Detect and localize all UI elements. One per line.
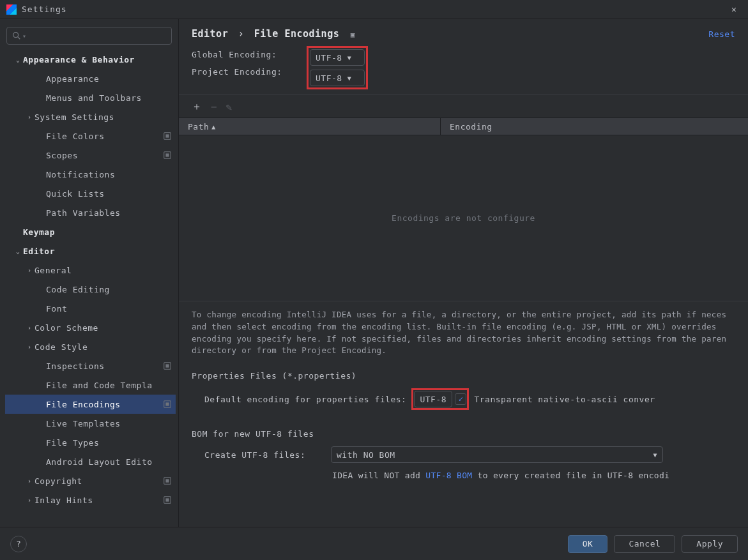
sidebar-item-label: Appearance & Behavior — [23, 55, 172, 64]
bom-value: with NO BOM — [337, 450, 395, 460]
close-icon[interactable]: ✕ — [726, 4, 742, 14]
chevron-right-icon: › — [24, 344, 34, 351]
footer: ? OK Cancel Apply — [0, 527, 748, 560]
svg-rect-13 — [165, 498, 169, 501]
sidebar-item-label: Menus and Toolbars — [46, 93, 172, 103]
chevron-right-icon: › — [24, 497, 34, 504]
sidebar-item-label: Quick Lists — [46, 189, 172, 199]
sidebar-item-label: File Types — [46, 438, 172, 448]
project-encoding-combo[interactable]: UTF-8 ▼ — [310, 70, 365, 86]
reset-link[interactable]: Reset — [708, 29, 735, 39]
sidebar-item-editor[interactable]: ⌄Editor — [5, 241, 176, 261]
app-icon — [6, 4, 17, 15]
sidebar-item-path-variables[interactable]: Path Variables — [5, 203, 176, 222]
sidebar-item-keymap[interactable]: Keymap — [5, 222, 176, 241]
col-path[interactable]: Path ▲ — [179, 118, 441, 135]
sidebar-item-label: File Encodings — [46, 400, 160, 409]
sidebar-item-label: File and Code Templa — [46, 381, 172, 390]
gear-icon — [163, 496, 172, 504]
table-empty: Encodings are not configure — [179, 135, 748, 301]
svg-rect-3 — [165, 134, 169, 137]
sidebar-item-appearance[interactable]: Appearance — [5, 69, 176, 88]
chevron-down-icon: ⌄ — [13, 56, 23, 63]
sidebar-item-label: General — [34, 266, 172, 275]
search-input[interactable]: ▾ — [6, 27, 172, 45]
sidebar-item-label: Inspections — [46, 361, 160, 371]
bom-link[interactable]: UTF-8 BOM — [425, 471, 472, 480]
breadcrumb-parent: Editor — [192, 28, 228, 40]
sidebar-item-label: Appearance — [46, 74, 172, 84]
chevron-down-icon: ▼ — [347, 54, 352, 61]
sidebar-item-label: Code Style — [34, 342, 172, 352]
sidebar-item-quick-lists[interactable]: Quick Lists — [5, 184, 176, 203]
sidebar-item-color-scheme[interactable]: ›Color Scheme — [5, 318, 176, 337]
chevron-right-icon: › — [24, 267, 34, 274]
bom-section-title: BOM for new UTF-8 files — [179, 423, 748, 443]
sidebar-item-file-colors[interactable]: File Colors — [5, 126, 176, 146]
settings-tree[interactable]: ⌄Appearance & BehaviorAppearanceMenus an… — [5, 50, 178, 527]
chevron-right-icon: › — [24, 478, 34, 485]
sidebar-item-live-templates[interactable]: Live Templates — [5, 414, 176, 433]
sidebar-item-system-settings[interactable]: ›System Settings — [5, 107, 176, 126]
sidebar-item-inspections[interactable]: Inspections — [5, 356, 176, 375]
encoding-highlight: UTF-8 ▼ UTF-8 ▼ — [307, 46, 368, 89]
sidebar-item-label: Code Editing — [46, 285, 172, 294]
sidebar-item-android-layout-edito[interactable]: Android Layout Edito — [5, 452, 176, 471]
sidebar-item-inlay-hints[interactable]: ›Inlay Hints — [5, 490, 176, 510]
gear-icon — [163, 476, 172, 485]
col-encoding[interactable]: Encoding — [441, 122, 501, 132]
svg-rect-9 — [165, 402, 169, 405]
sidebar-item-appearance-behavior[interactable]: ⌄Appearance & Behavior — [5, 50, 176, 69]
properties-highlight: UTF-8 ✓ — [411, 388, 469, 410]
sidebar-item-copyright[interactable]: ›Copyright — [5, 471, 176, 490]
table-header: Path ▲ Encoding — [179, 117, 748, 135]
sidebar-item-label: Scopes — [46, 151, 160, 160]
sidebar-item-code-style[interactable]: ›Code Style — [5, 337, 176, 356]
properties-section-title: Properties Files (*.properties) — [179, 365, 748, 384]
sidebar-item-scopes[interactable]: Scopes — [5, 146, 176, 165]
help-text: To change encoding IntelliJ IDEA uses fo… — [179, 301, 748, 365]
sidebar-item-file-encodings[interactable]: File Encodings — [5, 395, 176, 414]
sidebar-item-label: Font — [46, 304, 172, 314]
svg-line-1 — [18, 37, 20, 40]
sidebar-item-file-types[interactable]: File Types — [5, 433, 176, 452]
sidebar-item-font[interactable]: Font — [5, 299, 176, 318]
gear-icon — [163, 151, 172, 160]
sidebar-item-label: File Colors — [46, 132, 160, 141]
sidebar-item-general[interactable]: ›General — [5, 261, 176, 280]
sidebar: ▾ ⌄Appearance & BehaviorAppearanceMenus … — [0, 19, 179, 527]
remove-icon[interactable]: − — [211, 101, 217, 113]
expand-icon[interactable]: ▣ — [351, 31, 355, 39]
apply-button[interactable]: Apply — [682, 535, 738, 553]
gear-icon — [163, 132, 172, 140]
help-button[interactable]: ? — [10, 536, 27, 552]
sidebar-item-notifications[interactable]: Notifications — [5, 165, 176, 184]
chevron-down-icon: ▾ — [22, 33, 26, 40]
gear-icon — [163, 400, 172, 409]
sidebar-item-label: Inlay Hints — [34, 496, 160, 505]
global-encoding-combo[interactable]: UTF-8 ▼ — [310, 49, 365, 66]
ok-button[interactable]: OK — [568, 535, 608, 553]
edit-icon[interactable]: ✎ — [226, 101, 233, 113]
bom-note: IDEA will NOT add UTF-8 BOM to every cre… — [179, 467, 748, 480]
sidebar-item-label: Notifications — [46, 170, 172, 179]
breadcrumb: Editor › File Encodings ▣ — [192, 28, 355, 40]
transparent-ascii-checkbox[interactable]: ✓ — [455, 393, 466, 405]
svg-rect-7 — [165, 364, 169, 367]
transparent-ascii-label: Transparent native-to-ascii conver — [474, 395, 655, 404]
bom-combo[interactable]: with NO BOM ▼ — [331, 446, 663, 463]
sidebar-item-file-and-code-templa[interactable]: File and Code Templa — [5, 375, 176, 395]
add-icon[interactable]: ＋ — [192, 100, 202, 114]
svg-rect-11 — [165, 479, 169, 482]
breadcrumb-sep: › — [238, 28, 245, 40]
sidebar-item-menus-and-toolbars[interactable]: Menus and Toolbars — [5, 88, 176, 107]
sidebar-item-label: Color Scheme — [34, 323, 172, 333]
global-encoding-label: Global Encoding: — [192, 50, 307, 59]
sidebar-item-code-editing[interactable]: Code Editing — [5, 280, 176, 299]
sidebar-item-label: Copyright — [34, 476, 160, 486]
chevron-down-icon: ▼ — [653, 451, 657, 458]
sort-asc-icon: ▲ — [211, 123, 216, 130]
properties-encoding-combo[interactable]: UTF-8 — [414, 391, 452, 407]
cancel-button[interactable]: Cancel — [614, 535, 675, 553]
chevron-down-icon: ⌄ — [13, 248, 23, 255]
